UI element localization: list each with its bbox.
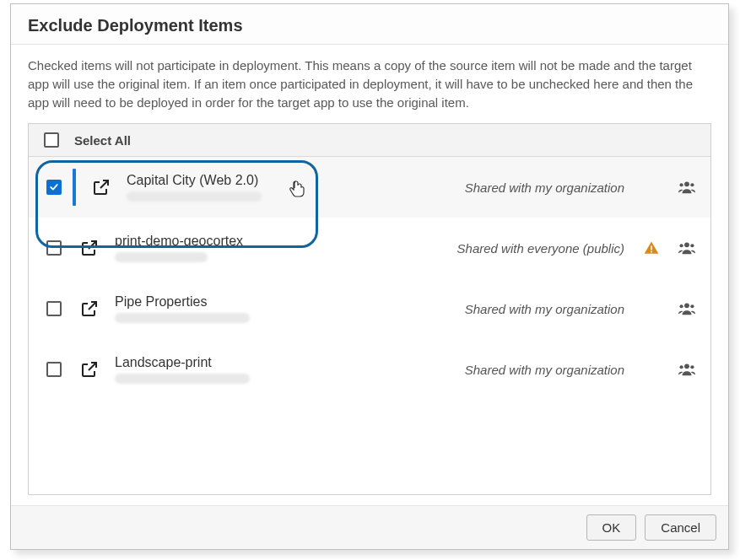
item-subtitle-redacted [115,252,208,262]
svg-point-1 [679,183,683,186]
item-subtitle-redacted [115,374,250,384]
svg-point-9 [679,304,683,308]
external-link-icon[interactable] [78,359,101,380]
svg-rect-3 [651,246,652,250]
list-item[interactable]: Pipe Properties Shared with my organizat… [29,278,710,339]
svg-point-6 [679,244,683,247]
item-checkbox[interactable] [46,240,62,256]
svg-point-11 [684,364,689,369]
external-link-icon[interactable] [78,299,101,319]
item-shared-status: Shared with my organization [465,180,628,195]
item-title: Pipe Properties [115,294,451,310]
svg-point-7 [690,244,694,247]
svg-point-12 [679,365,683,369]
svg-point-5 [684,243,689,248]
group-icon [675,299,699,318]
svg-point-10 [690,304,694,308]
item-title: print-demo-geocortex [115,234,444,249]
items-list: Select All [28,123,711,495]
items-list-body: Capital City (Web 2.0) Shared with my or… [29,157,710,494]
dialog-title: Exclude Deployment Items [28,16,711,35]
dialog-description: Checked items will not participate in de… [28,57,711,111]
selection-accent-bar [73,169,76,206]
svg-point-8 [684,304,689,309]
svg-point-13 [690,365,694,369]
item-checkbox[interactable] [46,301,62,316]
svg-point-0 [684,182,689,187]
group-icon [675,239,699,257]
item-title: Capital City (Web 2.0) [127,173,451,188]
group-icon [675,178,699,197]
item-shared-status: Shared with everyone (public) [457,241,628,256]
external-link-icon[interactable] [78,238,101,258]
select-all-checkbox[interactable] [44,132,59,148]
list-item[interactable]: Capital City (Web 2.0) Shared with my or… [29,157,710,218]
item-checkbox[interactable] [46,362,62,377]
item-checkbox[interactable] [46,180,62,195]
item-shared-status: Shared with my organization [465,302,628,316]
dialog-body: Checked items will not participate in de… [11,45,728,505]
item-shared-status: Shared with my organization [465,363,628,377]
item-subtitle-redacted [115,313,250,323]
svg-rect-4 [651,251,652,253]
external-link-icon[interactable] [89,177,113,197]
ok-button[interactable]: OK [586,514,637,541]
select-all-row[interactable]: Select All [29,124,710,157]
list-item[interactable]: print-demo-geocortex Shared with everyon… [29,218,710,278]
svg-point-2 [690,183,694,186]
warning-icon [641,240,662,256]
select-all-label: Select All [74,133,131,148]
dialog-footer: OK Cancel [11,505,728,549]
item-subtitle-redacted [127,191,262,202]
cancel-button[interactable]: Cancel [645,514,716,541]
dialog-header: Exclude Deployment Items [11,4,728,45]
group-icon [675,360,699,379]
item-title: Landscape-print [115,355,451,370]
exclude-deployment-dialog: Exclude Deployment Items Checked items w… [10,3,729,550]
list-item[interactable]: Landscape-print Shared with my organizat… [29,339,710,400]
